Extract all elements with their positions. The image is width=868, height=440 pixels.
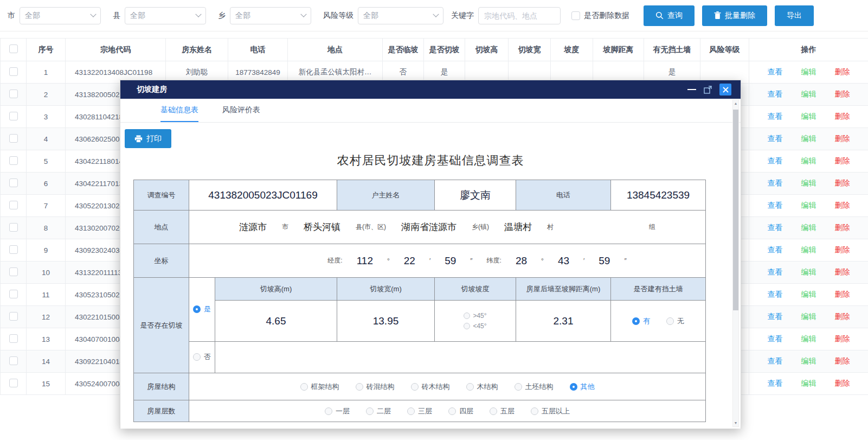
scroll-up-icon[interactable]: ▲: [733, 101, 738, 105]
row-checkbox[interactable]: [9, 312, 18, 321]
delete-link[interactable]: 删除: [835, 223, 850, 232]
close-icon[interactable]: [719, 84, 731, 95]
row-checkbox[interactable]: [9, 267, 18, 276]
delete-link[interactable]: 删除: [835, 312, 850, 321]
radio-option[interactable]: 一层: [325, 406, 350, 416]
print-button[interactable]: 打印: [125, 129, 171, 148]
row-checkbox[interactable]: [9, 112, 18, 120]
deleted-data-checkbox[interactable]: [571, 11, 580, 20]
view-link[interactable]: 查看: [768, 201, 783, 209]
edit-link[interactable]: 编辑: [801, 245, 816, 254]
edit-link[interactable]: 编辑: [801, 67, 816, 76]
edit-link[interactable]: 编辑: [801, 201, 816, 209]
row-checkbox[interactable]: [9, 379, 18, 387]
view-link[interactable]: 查看: [768, 334, 783, 343]
row-checkbox[interactable]: [9, 156, 18, 165]
view-link[interactable]: 查看: [768, 156, 783, 165]
radio-option[interactable]: 四层: [448, 406, 473, 416]
scroll-thumb[interactable]: [733, 110, 738, 310]
wall-yes-radio[interactable]: 有: [632, 316, 650, 326]
county-select[interactable]: 全部: [125, 7, 206, 24]
radio-option[interactable]: 其他: [570, 382, 595, 392]
city-select[interactable]: 全部: [20, 7, 101, 24]
risk-level-select[interactable]: 全部: [358, 7, 443, 24]
radio-option[interactable]: 砖混结构: [356, 382, 395, 392]
delete-link[interactable]: 删除: [835, 90, 850, 98]
view-link[interactable]: 查看: [768, 312, 783, 321]
maximize-icon[interactable]: [704, 86, 712, 94]
view-link[interactable]: 查看: [768, 178, 783, 187]
row-checkbox[interactable]: [9, 334, 18, 343]
radio-option[interactable]: 三层: [407, 406, 432, 416]
edit-link[interactable]: 编辑: [801, 290, 816, 298]
grade-lt45-radio[interactable]: <45°: [435, 321, 516, 331]
radio-option[interactable]: 五层以上: [531, 406, 570, 416]
delete-link[interactable]: 删除: [835, 201, 850, 209]
grade-gt45-radio[interactable]: >45°: [435, 311, 516, 321]
row-checkbox[interactable]: [9, 134, 18, 143]
delete-link[interactable]: 删除: [835, 267, 850, 276]
modal-scrollbar[interactable]: ▲ ▼: [732, 99, 739, 427]
dialog-titlebar[interactable]: 切坡建房: [120, 80, 741, 99]
row-checkbox[interactable]: [9, 90, 18, 98]
radio-option[interactable]: 五层: [490, 406, 515, 416]
batch-delete-button[interactable]: 批量删除: [702, 5, 767, 26]
delete-link[interactable]: 删除: [835, 356, 850, 365]
view-link[interactable]: 查看: [768, 112, 783, 120]
radio-option[interactable]: 土坯结构: [515, 382, 554, 392]
row-checkbox[interactable]: [9, 178, 18, 187]
view-link[interactable]: 查看: [768, 67, 783, 76]
township-select[interactable]: 全部: [230, 7, 311, 24]
delete-link[interactable]: 删除: [835, 290, 850, 298]
slope-yes-radio[interactable]: 是: [193, 304, 211, 314]
view-link[interactable]: 查看: [768, 379, 783, 387]
wall-no-radio[interactable]: 无: [666, 316, 684, 326]
radio-option[interactable]: 框架结构: [300, 382, 339, 392]
edit-link[interactable]: 编辑: [801, 112, 816, 120]
edit-link[interactable]: 编辑: [801, 134, 816, 143]
tab-basic-info[interactable]: 基础信息表: [160, 105, 198, 122]
delete-link[interactable]: 删除: [835, 156, 850, 165]
edit-link[interactable]: 编辑: [801, 379, 816, 387]
select-all-checkbox[interactable]: [9, 44, 18, 53]
slope-no-radio[interactable]: 否: [193, 352, 211, 362]
row-checkbox[interactable]: [9, 201, 18, 209]
edit-link[interactable]: 编辑: [801, 178, 816, 187]
view-link[interactable]: 查看: [768, 356, 783, 365]
delete-link[interactable]: 删除: [835, 112, 850, 120]
delete-link[interactable]: 删除: [835, 334, 850, 343]
view-link[interactable]: 查看: [768, 290, 783, 298]
row-checkbox[interactable]: [9, 67, 18, 76]
view-link[interactable]: 查看: [768, 245, 783, 254]
slope-height-value: 4.65: [215, 301, 337, 342]
export-button[interactable]: 导出: [775, 5, 814, 26]
radio-option[interactable]: 砖木结构: [411, 382, 450, 392]
edit-link[interactable]: 编辑: [801, 356, 816, 365]
delete-link[interactable]: 删除: [835, 379, 850, 387]
delete-link[interactable]: 删除: [835, 245, 850, 254]
row-checkbox[interactable]: [9, 245, 18, 254]
view-link[interactable]: 查看: [768, 134, 783, 143]
scroll-down-icon[interactable]: ▼: [733, 421, 738, 425]
view-link[interactable]: 查看: [768, 223, 783, 232]
row-checkbox[interactable]: [9, 223, 18, 232]
row-checkbox[interactable]: [9, 290, 18, 298]
keyword-input[interactable]: [478, 7, 561, 24]
edit-link[interactable]: 编辑: [801, 223, 816, 232]
row-checkbox[interactable]: [9, 356, 18, 365]
view-link[interactable]: 查看: [768, 90, 783, 98]
radio-option[interactable]: 二层: [366, 406, 391, 416]
view-link[interactable]: 查看: [768, 267, 783, 276]
edit-link[interactable]: 编辑: [801, 334, 816, 343]
edit-link[interactable]: 编辑: [801, 156, 816, 165]
radio-option[interactable]: 木结构: [466, 382, 498, 392]
minimize-icon[interactable]: [687, 89, 696, 90]
tab-risk-eval[interactable]: 风险评价表: [222, 105, 260, 122]
edit-link[interactable]: 编辑: [801, 90, 816, 98]
delete-link[interactable]: 删除: [835, 134, 850, 143]
delete-link[interactable]: 删除: [835, 67, 850, 76]
query-button[interactable]: 查询: [644, 5, 695, 26]
edit-link[interactable]: 编辑: [801, 267, 816, 276]
delete-link[interactable]: 删除: [835, 178, 850, 187]
edit-link[interactable]: 编辑: [801, 312, 816, 321]
